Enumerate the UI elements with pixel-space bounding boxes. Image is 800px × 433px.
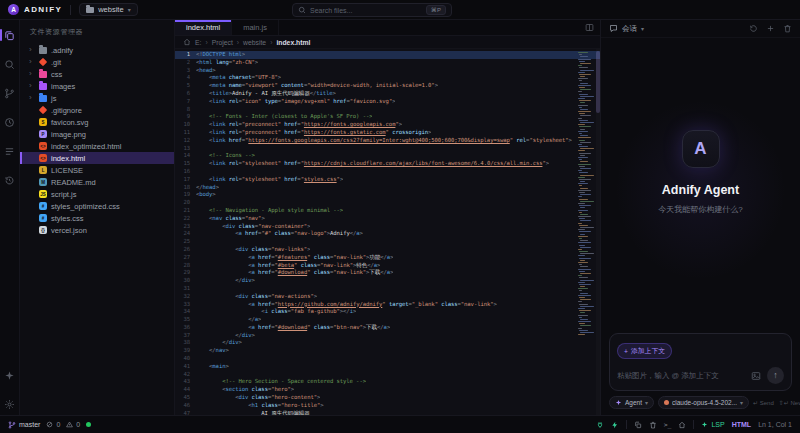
activity-explorer-button[interactable] bbox=[3, 28, 17, 42]
minimap[interactable] bbox=[578, 52, 593, 335]
code-line[interactable]: 34 <i class="fab fa-github"></i> bbox=[175, 308, 600, 316]
code-line[interactable]: 31 bbox=[175, 285, 600, 293]
tab-index.html[interactable]: index.html bbox=[175, 20, 232, 35]
code-line[interactable]: 21 <!-- Navigation - Apple style minimal… bbox=[175, 207, 600, 215]
file-item[interactable]: ›.adnify bbox=[20, 44, 174, 56]
breadcrumb-item[interactable]: index.html bbox=[276, 39, 310, 46]
search-input[interactable]: Search files... ⌘P bbox=[292, 3, 452, 17]
code-line[interactable]: 43 <!-- Hero Section - Space centered st… bbox=[175, 378, 600, 386]
cursor-position[interactable]: Ln 1, Col 1 bbox=[758, 421, 792, 428]
code-line[interactable]: 7 <link rel="icon" type="image/svg+xml" … bbox=[175, 98, 600, 106]
code-line[interactable]: 20 bbox=[175, 199, 600, 207]
file-item[interactable]: JSscript.js bbox=[20, 188, 174, 200]
code-line[interactable]: 26 <div class="nav-links"> bbox=[175, 246, 600, 254]
file-item[interactable]: .gitignore bbox=[20, 104, 174, 116]
agent-input[interactable]: 粘贴图片，输入 @ 添加上下文 bbox=[617, 371, 745, 381]
code-line[interactable]: 27 <a href="#features" class="nav-link">… bbox=[175, 254, 600, 262]
code-line[interactable]: 23 <div class="nav-container"> bbox=[175, 223, 600, 231]
activity-search-button[interactable] bbox=[3, 57, 17, 71]
file-item[interactable]: Sfavicon.svg bbox=[20, 116, 174, 128]
settings-button[interactable] bbox=[3, 397, 17, 411]
code-line[interactable]: 37 </div> bbox=[175, 332, 600, 340]
code-line[interactable]: 33 <a href="https://github.com/adnify/ad… bbox=[175, 301, 600, 309]
code-line[interactable]: 2<html lang="zh-CN"> bbox=[175, 59, 600, 67]
file-item[interactable]: ›.git bbox=[20, 56, 174, 68]
model-selector[interactable]: claude-opus-4.5-202... ▾ bbox=[658, 396, 749, 409]
code-line[interactable]: 4 <meta charset="UTF-8"> bbox=[175, 74, 600, 82]
file-item[interactable]: LLICENSE bbox=[20, 164, 174, 176]
code-line[interactable]: 1<!DOCTYPE html> bbox=[175, 51, 600, 59]
code-line[interactable]: 28 <a href="#beta" class="nav-link">特色</… bbox=[175, 262, 600, 270]
code-line[interactable]: 3<head> bbox=[175, 67, 600, 75]
copy-icon[interactable] bbox=[634, 421, 642, 429]
code-line[interactable]: 38 </div> bbox=[175, 339, 600, 347]
mode-selector[interactable]: Agent ▾ bbox=[609, 396, 654, 409]
new-session-button[interactable] bbox=[766, 24, 775, 33]
file-item[interactable]: ›images bbox=[20, 80, 174, 92]
file-item[interactable]: ›js bbox=[20, 92, 174, 104]
add-context-button[interactable]: + 添加上下文 bbox=[617, 343, 672, 359]
code-line[interactable]: 30 </div> bbox=[175, 277, 600, 285]
activity-source-control-button[interactable] bbox=[3, 86, 17, 100]
file-item[interactable]: MREADME.md bbox=[20, 176, 174, 188]
code-line[interactable]: 11 <link rel="preconnect" href="https://… bbox=[175, 129, 600, 137]
activity-checklist-button[interactable] bbox=[3, 144, 17, 158]
file-item[interactable]: #styles.css bbox=[20, 212, 174, 224]
code-line[interactable]: 17 <link rel="stylesheet" href="styles.c… bbox=[175, 176, 600, 184]
file-item[interactable]: {}vercel.json bbox=[20, 224, 174, 236]
code-line[interactable]: 41 <main> bbox=[175, 363, 600, 371]
split-editor-button[interactable] bbox=[585, 23, 594, 32]
activity-timeline-button[interactable] bbox=[3, 115, 17, 129]
code-line[interactable]: 32 <div class="nav-actions"> bbox=[175, 293, 600, 301]
code-line[interactable]: 16 bbox=[175, 168, 600, 176]
zap-icon[interactable] bbox=[611, 421, 619, 429]
code-line[interactable]: 35 </a> bbox=[175, 316, 600, 324]
code-line[interactable]: 44 <section class="hero"> bbox=[175, 386, 600, 394]
code-line[interactable]: 25 bbox=[175, 238, 600, 246]
code-line[interactable]: 39 </nav> bbox=[175, 347, 600, 355]
terminal-icon[interactable]: >_ bbox=[664, 421, 672, 429]
code-line[interactable]: 13 bbox=[175, 145, 600, 153]
plug-icon[interactable] bbox=[596, 421, 604, 429]
file-item[interactable]: <>index_optimized.html bbox=[20, 140, 174, 152]
code-area[interactable]: 1<!DOCTYPE html>2<html lang="zh-CN">3<he… bbox=[175, 51, 600, 415]
delete-session-button[interactable] bbox=[783, 24, 792, 33]
git-branch-status[interactable]: master bbox=[8, 421, 40, 429]
trash-icon[interactable] bbox=[649, 421, 657, 429]
errors-status[interactable]: 0 bbox=[46, 421, 60, 428]
file-item[interactable]: #styles_optimized.css bbox=[20, 200, 174, 212]
code-line[interactable]: 19<body> bbox=[175, 191, 600, 199]
code-line[interactable]: 6 <title>Adnify - AI 原生代码编辑器</title> bbox=[175, 90, 600, 98]
code-line[interactable]: 12 <link href="https://fonts.googleapis.… bbox=[175, 137, 600, 145]
attach-image-button[interactable] bbox=[751, 371, 761, 381]
file-item[interactable]: <>index.html bbox=[20, 152, 174, 164]
ai-sparkle-button[interactable] bbox=[3, 368, 17, 382]
code-editor[interactable]: 1<!DOCTYPE html>2<html lang="zh-CN">3<he… bbox=[175, 49, 600, 415]
project-selector[interactable]: website ▾ bbox=[79, 3, 137, 16]
code-line[interactable]: 46 <h1 class="hero-title"> bbox=[175, 402, 600, 410]
session-label[interactable]: 会话 bbox=[622, 24, 637, 34]
code-line[interactable]: 15 <link rel="stylesheet" href="https://… bbox=[175, 160, 600, 168]
breadcrumb-item[interactable]: Project bbox=[212, 39, 233, 46]
file-item[interactable]: Pimage.png bbox=[20, 128, 174, 140]
activity-history-button[interactable] bbox=[3, 173, 17, 187]
code-line[interactable]: 42 bbox=[175, 371, 600, 379]
breadcrumb-item[interactable]: website bbox=[243, 39, 266, 46]
code-line[interactable]: 10 <link rel="preconnect" href="https://… bbox=[175, 121, 600, 129]
code-line[interactable]: 18</head> bbox=[175, 184, 600, 192]
language-mode[interactable]: HTML bbox=[732, 421, 751, 428]
breadcrumb-item[interactable]: E: bbox=[195, 39, 201, 46]
code-line[interactable]: 9 <!-- Fonts - Inter (closest to Apple's… bbox=[175, 113, 600, 121]
code-line[interactable]: 29 <a href="#download" class="nav-link">… bbox=[175, 269, 600, 277]
code-line[interactable]: 14 <!-- Icons --> bbox=[175, 152, 600, 160]
code-line[interactable]: 36 <a href="#download" class="btn-nav">下… bbox=[175, 324, 600, 332]
code-line[interactable]: 24 <a href="#" class="nav-logo">Adnify</… bbox=[175, 230, 600, 238]
code-line[interactable]: 40 bbox=[175, 355, 600, 363]
code-line[interactable]: 22 <nav class="nav"> bbox=[175, 215, 600, 223]
code-line[interactable]: 5 <meta name="viewport" content="width=d… bbox=[175, 82, 600, 90]
code-line[interactable]: 8 bbox=[175, 106, 600, 114]
warnings-status[interactable]: 0 bbox=[66, 421, 80, 428]
home-icon[interactable] bbox=[678, 421, 686, 429]
file-item[interactable]: ›css bbox=[20, 68, 174, 80]
lsp-status[interactable]: LSP bbox=[701, 421, 724, 428]
